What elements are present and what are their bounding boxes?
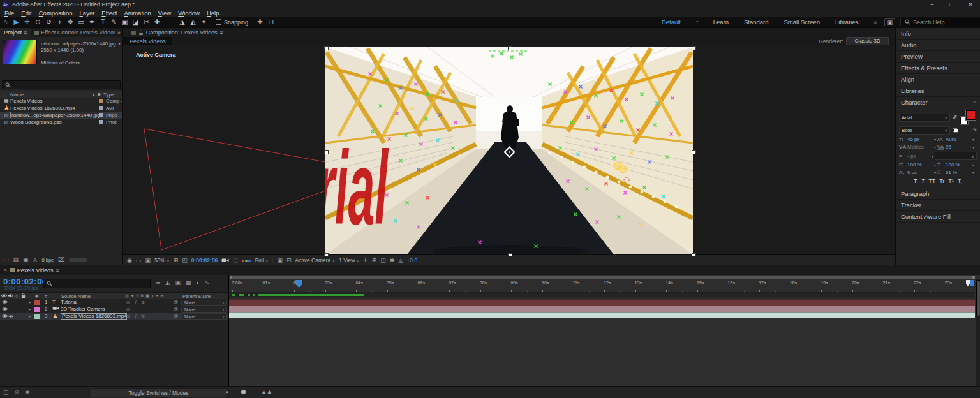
workspace-small-screen[interactable]: Small Screen xyxy=(784,18,820,26)
zoom-in-icon[interactable]: ▲▲ xyxy=(261,388,272,395)
pixel-aspect-icon[interactable]: ✛ xyxy=(363,257,368,263)
eye-icon[interactable] xyxy=(1,300,8,306)
snap-options-2-icon[interactable]: ⊡ xyxy=(265,17,276,27)
menu-file[interactable]: File xyxy=(4,10,14,17)
tab-composition-label[interactable]: Composition: Pexels Videos xyxy=(146,29,218,36)
workspace-learn[interactable]: Learn xyxy=(713,18,729,26)
mask-visibility-icon[interactable]: ◰ xyxy=(182,257,188,263)
menu-effect[interactable]: Effect xyxy=(101,10,117,17)
faux-style-3[interactable]: Tr xyxy=(939,178,944,184)
column-source-name[interactable]: Source Name xyxy=(61,293,91,299)
swap-fill-stroke-icon[interactable]: ↷ xyxy=(972,128,977,133)
type-tool[interactable]: T xyxy=(98,17,108,27)
timeline-tab-label[interactable]: Pexels Videos xyxy=(17,267,54,274)
help-search-input[interactable]: Search Help xyxy=(900,18,980,26)
selection-handle[interactable] xyxy=(508,46,512,50)
speaker-icon[interactable] xyxy=(8,314,13,320)
switch-header-icon-5[interactable]: ◐ xyxy=(151,293,154,298)
timeline-option-icon-2[interactable]: ▣ xyxy=(175,279,181,286)
faux-style-0[interactable]: T xyxy=(914,178,917,184)
parent-link-dropdown[interactable]: None∨ xyxy=(181,300,227,306)
layer-label-swatch[interactable] xyxy=(34,314,40,319)
panel-info[interactable]: Info xyxy=(896,28,980,40)
view-layout-dropdown[interactable]: 1 View ∨ xyxy=(339,257,359,263)
layer-row[interactable]: ▸3Pexels Videos 1826893.mp4◎/fx@None∨ xyxy=(0,313,228,320)
transparency-grid-icon[interactable]: ⊡ xyxy=(286,257,292,263)
column-name[interactable]: Name xyxy=(10,92,92,98)
project-search-input[interactable] xyxy=(2,80,121,89)
unified-camera-tool[interactable]: ⌖ xyxy=(54,17,65,27)
expand-icon[interactable]: ▸ xyxy=(29,306,31,313)
timeline-option-icon-4[interactable]: ◐ xyxy=(197,279,200,286)
panel-libraries[interactable]: Libraries xyxy=(896,85,980,97)
panel-content-aware-fill[interactable]: Content-Aware Fill xyxy=(896,211,980,223)
selection-handle[interactable] xyxy=(692,253,696,256)
menu-window[interactable]: Window xyxy=(178,10,200,17)
layer-duration-bar[interactable] xyxy=(229,299,975,306)
column-number[interactable]: # xyxy=(45,293,47,299)
3d-text-layer[interactable]: rial xyxy=(325,131,389,247)
close-button[interactable]: ✕ xyxy=(961,0,980,9)
flowchart-icon[interactable]: ✱ xyxy=(390,257,395,263)
brush-tool[interactable]: ✎ xyxy=(108,17,119,27)
switch-header-icon-2[interactable]: ∖ xyxy=(136,293,138,298)
minimize-button[interactable]: – xyxy=(923,0,942,9)
menu-animation[interactable]: Animation xyxy=(124,10,151,17)
resolution-dropdown[interactable]: Full ∨ xyxy=(255,257,268,263)
pick-whip-icon[interactable]: @ xyxy=(174,299,178,306)
playhead-line[interactable] xyxy=(299,279,299,387)
menu-view[interactable]: View xyxy=(158,10,171,17)
timeline-option-icon-5[interactable]: ∿ xyxy=(205,279,210,286)
shape-tool[interactable]: ▭ xyxy=(76,17,87,27)
panel-menu-icon[interactable]: ≡ xyxy=(56,267,59,274)
layer-row[interactable]: ▸23D Tracker Camera◎@None∨ xyxy=(0,306,228,313)
snapshot-icon[interactable] xyxy=(221,258,229,263)
project-item[interactable]: ▦Pexels VideosComp ∴ xyxy=(0,98,122,105)
selection-handle[interactable] xyxy=(692,46,696,50)
renderer-button[interactable]: Classic 3D xyxy=(846,37,889,45)
media-browser-icon[interactable]: ▣ xyxy=(884,18,895,26)
panel-audio[interactable]: Audio xyxy=(896,40,980,51)
label-color-swatch[interactable] xyxy=(99,120,103,124)
work-area-end[interactable] xyxy=(970,280,974,286)
fast-previews-icon[interactable]: ⊞ xyxy=(372,257,377,263)
panel-align[interactable]: Align xyxy=(896,74,980,85)
eraser-tool[interactable]: ◪ xyxy=(130,17,141,27)
menu-composition[interactable]: Composition xyxy=(39,10,73,17)
layer-name[interactable]: Pexels Videos 1826893.mp4 xyxy=(61,313,127,320)
clone-stamp-tool[interactable]: ▣ xyxy=(119,17,130,27)
timeline-option-icon-3[interactable]: ▦ xyxy=(186,279,191,286)
timeline-option-icon-1[interactable]: ◭ xyxy=(166,279,170,286)
preview-timecode[interactable]: 0:00:02:06 xyxy=(191,257,218,263)
leading-field[interactable]: ᴀ̲A Auto▾ xyxy=(937,136,976,142)
pan-behind-tool[interactable]: ✥ xyxy=(65,17,76,27)
switch-header-icon-3[interactable]: fx xyxy=(140,293,144,298)
label-column-icon[interactable]: ◆ xyxy=(98,92,101,97)
layer-label-swatch[interactable] xyxy=(34,307,40,312)
eyedropper-icon[interactable]: ✐ xyxy=(953,114,958,121)
show-snapshot-icon[interactable]: ◻ xyxy=(233,257,237,263)
tab-overflow-icon[interactable]: » xyxy=(117,29,122,36)
expand-inout-icon[interactable]: ✱ xyxy=(25,389,30,395)
tsume-field[interactable]: あ̲ 61 %▾ xyxy=(937,170,976,175)
panel-preview[interactable]: Preview xyxy=(896,51,980,63)
tab-effect-controls[interactable]: Effect Controls Pexels Videos 1 xyxy=(31,28,115,37)
vertical-scale-field[interactable]: IT 100 %▾ xyxy=(899,162,937,168)
panel-effects-presets[interactable]: Effects & Presets xyxy=(896,63,980,74)
selection-handle[interactable] xyxy=(692,150,696,154)
font-style-select[interactable]: Bold∨ xyxy=(899,126,950,135)
menu-layer[interactable]: Layer xyxy=(80,10,95,17)
delete-icon[interactable]: ⌧ xyxy=(58,256,64,263)
lock-column-icon[interactable] xyxy=(20,293,26,300)
audio-column-icon[interactable] xyxy=(7,293,13,300)
panel-paragraph[interactable]: Paragraph xyxy=(896,188,980,200)
switch-header-icon-0[interactable]: ◎ xyxy=(125,293,129,298)
project-bit-depth[interactable]: 8 bpc xyxy=(41,257,53,263)
axis-view-icon[interactable]: ✦ xyxy=(198,17,209,27)
fill-color-swatch[interactable] xyxy=(966,110,976,120)
faux-style-2[interactable]: TT xyxy=(928,178,935,184)
label-column-icon[interactable]: ◆ xyxy=(35,293,38,298)
faux-style-5[interactable]: T, xyxy=(958,178,962,184)
lock-icon[interactable] xyxy=(138,30,144,36)
switch-header-icon-6[interactable]: ◓ xyxy=(156,293,158,298)
